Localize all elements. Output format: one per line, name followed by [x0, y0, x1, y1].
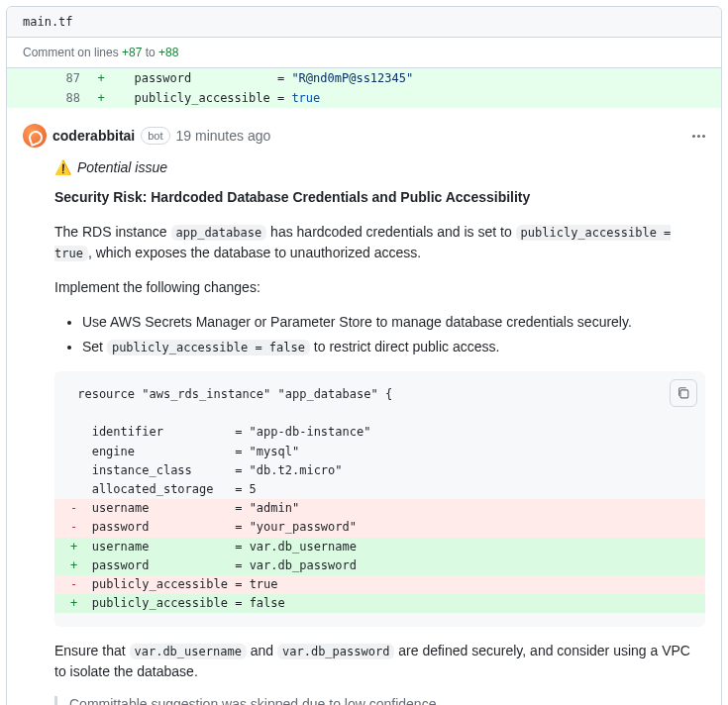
copy-button[interactable]: [670, 379, 697, 407]
code-line-added: + username = var.db_username: [54, 538, 705, 556]
copy-icon: [676, 386, 690, 400]
comment: coderabbitai bot 19 minutes ago ⚠️ Poten…: [7, 108, 721, 705]
paragraph: Ensure that var.db_username and var.db_p…: [54, 641, 705, 682]
diff-row: . 88 + publicly_accessible = true: [7, 88, 721, 108]
list-item: Set publicly_accessible = false to restr…: [82, 337, 705, 357]
suggestion-list: Use AWS Secrets Manager or Parameter Sto…: [54, 312, 705, 357]
author-link[interactable]: coderabbitai: [52, 128, 135, 144]
code-line-added: + publicly_accessible = false: [54, 594, 705, 613]
code-line-added: + password = var.db_password: [54, 556, 705, 575]
code-line: identifier = "app-db-instance": [54, 423, 705, 442]
skip-note: Committable suggestion was skipped due t…: [54, 696, 705, 705]
code-line: engine = "mysql": [54, 443, 705, 461]
code-line-removed: - password = "your_password": [54, 518, 705, 537]
line-number: 88: [49, 88, 90, 108]
inline-code: publicly_accessible = false: [107, 340, 310, 355]
code-line: allocated_storage = 5: [54, 480, 705, 499]
issue-heading: Security Risk: Hardcoded Database Creden…: [54, 187, 705, 208]
file-name: main.tf: [23, 15, 73, 29]
more-actions-icon[interactable]: [692, 135, 705, 138]
code-suggestion: resource "aws_rds_instance" "app_databas…: [54, 371, 705, 627]
bot-badge: bot: [141, 127, 169, 145]
warning-icon: ⚠️: [54, 159, 71, 175]
paragraph: Implement the following changes:: [54, 277, 705, 298]
comment-header: coderabbitai bot 19 minutes ago: [23, 116, 705, 159]
line-to: +88: [158, 46, 178, 59]
paragraph: The RDS instance app_database has hardco…: [54, 222, 705, 263]
line-number: 87: [49, 68, 90, 88]
inline-code: var.db_password: [277, 644, 394, 659]
diff-code: password = "R@nd0mP@ss12345": [112, 68, 721, 88]
diff-sign: +: [90, 88, 112, 108]
code-line: [54, 404, 705, 423]
issue-label: ⚠️ Potential issue: [54, 159, 705, 175]
comment-content: ⚠️ Potential issue Security Risk: Hardco…: [23, 159, 705, 705]
diff-sign: +: [90, 68, 112, 88]
review-thread: main.tf Comment on lines +87 to +88 . 87…: [6, 6, 722, 705]
code-line-removed: - publicly_accessible = true: [54, 575, 705, 594]
list-item: Use AWS Secrets Manager or Parameter Sto…: [82, 312, 705, 333]
line-from: +87: [122, 46, 142, 59]
timestamp[interactable]: 19 minutes ago: [176, 128, 271, 144]
code-line: resource "aws_rds_instance" "app_databas…: [54, 385, 705, 404]
diff-code: publicly_accessible = true: [112, 88, 721, 108]
code-line: instance_class = "db.t2.micro": [54, 461, 705, 480]
svg-rect-0: [680, 390, 688, 398]
inline-code: var.db_username: [130, 644, 247, 659]
code-line-removed: - username = "admin": [54, 499, 705, 518]
avatar[interactable]: [23, 124, 47, 148]
diff-row: . 87 + password = "R@nd0mP@ss12345": [7, 68, 721, 88]
file-header[interactable]: main.tf: [7, 7, 721, 38]
diff-hunk: . 87 + password = "R@nd0mP@ss12345" . 88…: [7, 68, 721, 108]
comment-line-range[interactable]: Comment on lines +87 to +88: [7, 38, 721, 68]
inline-code: app_database: [171, 225, 267, 241]
